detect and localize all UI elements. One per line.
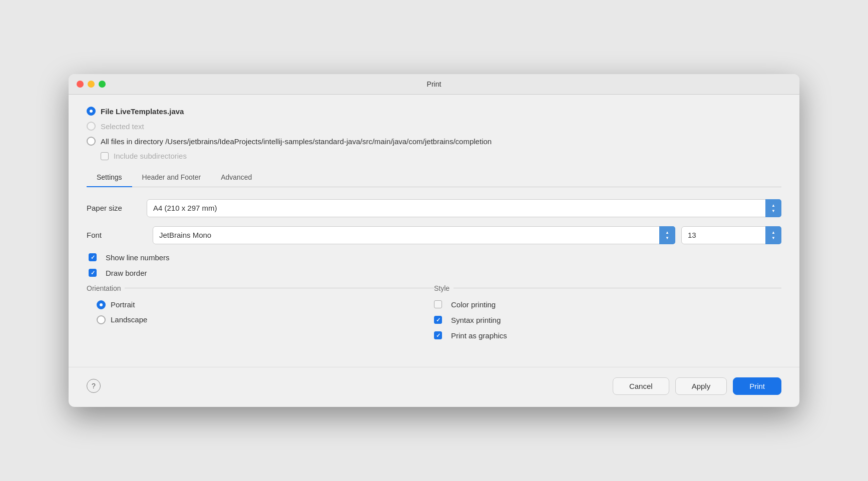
- font-name-select[interactable]: JetBrains Mono: [153, 226, 675, 244]
- font-name-select-wrapper: JetBrains Mono: [153, 226, 675, 244]
- titlebar: Print: [69, 74, 799, 95]
- dialog-content: File LiveTemplates.java Selected text Al…: [69, 95, 799, 357]
- font-label: Font: [87, 231, 147, 239]
- font-size-select-wrapper: 13: [681, 226, 781, 244]
- sections-row: Orientation Portrait Landscape Style: [87, 284, 781, 347]
- selected-text-row[interactable]: Selected text: [87, 122, 781, 131]
- include-subdirectories-label: Include subdirectories: [114, 152, 187, 160]
- orientation-section: Orientation Portrait Landscape: [87, 284, 434, 347]
- print-as-graphics-row[interactable]: Print as graphics: [434, 331, 781, 340]
- action-buttons: Cancel Apply Print: [613, 377, 781, 395]
- color-printing-checkbox[interactable]: [434, 300, 442, 308]
- show-line-numbers-checkbox[interactable]: [89, 253, 97, 261]
- style-section: Style Color printing Syntax printing Pri…: [434, 284, 781, 347]
- tab-advanced[interactable]: Advanced: [211, 168, 262, 187]
- tab-settings[interactable]: Settings: [87, 168, 132, 187]
- paper-size-select-wrapper: A4 (210 x 297 mm): [147, 199, 781, 217]
- file-option-label: File LiveTemplates.java: [101, 107, 184, 116]
- landscape-radio[interactable]: [97, 315, 106, 324]
- tab-bar: Settings Header and Footer Advanced: [87, 168, 781, 187]
- bottom-bar: ? Cancel Apply Print: [69, 367, 799, 407]
- all-files-label: All files in directory /Users/jetbrains/…: [101, 137, 492, 146]
- draw-border-label: Draw border: [106, 269, 147, 277]
- all-files-row[interactable]: All files in directory /Users/jetbrains/…: [87, 137, 781, 146]
- syntax-printing-checkbox[interactable]: [434, 316, 442, 324]
- file-option-radio[interactable]: [87, 107, 96, 116]
- syntax-printing-label: Syntax printing: [451, 316, 501, 324]
- landscape-row[interactable]: Landscape: [97, 315, 434, 324]
- tab-header-footer[interactable]: Header and Footer: [132, 168, 211, 187]
- dialog-title: Print: [427, 80, 442, 88]
- font-size-select[interactable]: 13: [681, 226, 781, 244]
- selected-text-label: Selected text: [101, 122, 144, 131]
- print-as-graphics-checkbox[interactable]: [434, 331, 442, 339]
- paper-size-label: Paper size: [87, 204, 147, 212]
- print-as-graphics-label: Print as graphics: [451, 331, 507, 340]
- help-button[interactable]: ?: [87, 379, 101, 393]
- apply-button[interactable]: Apply: [675, 377, 727, 395]
- window-controls: [77, 81, 106, 88]
- portrait-row[interactable]: Portrait: [97, 300, 434, 309]
- file-option-row[interactable]: File LiveTemplates.java: [87, 107, 781, 116]
- close-button[interactable]: [77, 81, 84, 88]
- print-dialog: Print File LiveTemplates.java Selected t…: [69, 74, 799, 407]
- show-line-numbers-label: Show line numbers: [106, 253, 170, 262]
- font-row: Font JetBrains Mono 13: [87, 226, 781, 244]
- minimize-button[interactable]: [88, 81, 95, 88]
- portrait-radio[interactable]: [97, 300, 106, 309]
- color-printing-label: Color printing: [451, 300, 496, 309]
- cancel-button[interactable]: Cancel: [613, 377, 669, 395]
- draw-border-row[interactable]: Draw border: [89, 269, 781, 277]
- show-line-numbers-row[interactable]: Show line numbers: [89, 253, 781, 262]
- style-label: Style: [434, 284, 450, 292]
- subdirectory-row: Include subdirectories: [101, 152, 781, 160]
- print-button[interactable]: Print: [733, 377, 781, 395]
- all-files-radio[interactable]: [87, 137, 96, 146]
- portrait-label: Portrait: [111, 300, 135, 309]
- paper-size-select[interactable]: A4 (210 x 297 mm): [147, 199, 781, 217]
- color-printing-row[interactable]: Color printing: [434, 300, 781, 309]
- syntax-printing-row[interactable]: Syntax printing: [434, 316, 781, 324]
- selected-text-radio[interactable]: [87, 122, 96, 131]
- orientation-label: Orientation: [87, 284, 121, 292]
- settings-tab-content: Paper size A4 (210 x 297 mm) Font JetBra…: [87, 187, 781, 347]
- include-subdirectories-checkbox[interactable]: [101, 152, 109, 160]
- landscape-label: Landscape: [111, 315, 147, 324]
- style-header: Style: [434, 284, 781, 292]
- draw-border-checkbox[interactable]: [89, 269, 97, 277]
- paper-size-row: Paper size A4 (210 x 297 mm): [87, 199, 781, 217]
- orientation-header: Orientation: [87, 284, 434, 292]
- maximize-button[interactable]: [99, 81, 106, 88]
